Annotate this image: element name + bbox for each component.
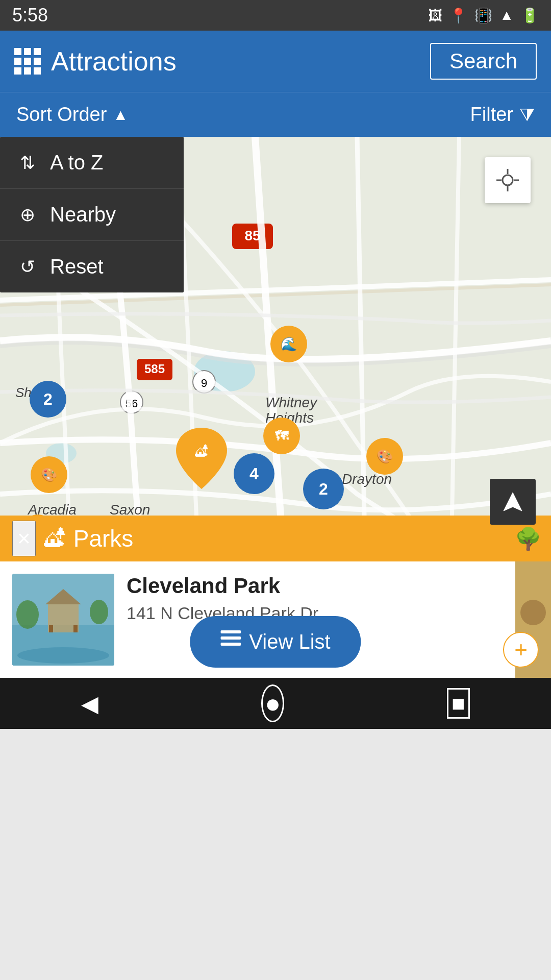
svg-marker-32 (504, 493, 522, 511)
status-icons: 🖼 📍 📳 ▲ 🔋 (428, 7, 539, 24)
sort-dropdown-menu: ⇅ A to Z ⊕ Nearby ↺ Reset (0, 137, 184, 292)
svg-point-35 (17, 647, 109, 664)
location-icon: 📍 (449, 7, 467, 24)
sort-order-button[interactable]: Sort Order ▲ (16, 104, 128, 126)
sort-option-reset-label: Reset (50, 255, 104, 278)
vibrate-icon: 📳 (474, 7, 492, 24)
svg-rect-44 (220, 630, 241, 633)
status-bar: 5:58 🖼 📍 📳 ▲ 🔋 (0, 0, 551, 31)
svg-point-43 (520, 600, 546, 625)
photo-icon: 🖼 (428, 7, 442, 24)
parks-header-left: × 🏕 Parks (12, 521, 133, 556)
parks-title: Parks (73, 525, 134, 552)
navigation-button[interactable] (490, 479, 536, 525)
home-button[interactable]: ● (241, 676, 305, 730)
my-location-button[interactable] (485, 157, 531, 203)
view-list-icon (220, 630, 241, 653)
cluster-marker-2-left[interactable]: 2 (30, 381, 66, 418)
svg-rect-45 (220, 636, 241, 640)
sort-option-a-to-z[interactable]: ⇅ A to Z (0, 137, 184, 189)
orange-marker-waves-top[interactable]: 🌊 (270, 326, 307, 362)
home-icon: ● (261, 684, 284, 722)
svg-rect-38 (49, 625, 53, 632)
back-icon: ◀ (81, 691, 98, 717)
svg-point-40 (16, 600, 39, 629)
park-name: Cleveland Park (127, 574, 539, 598)
svg-text:585: 585 (144, 362, 165, 376)
sort-alpha-icon: ⇅ (16, 152, 39, 174)
search-button[interactable]: Search (430, 43, 537, 80)
sort-option-nearby[interactable]: ⊕ Nearby (0, 189, 184, 241)
svg-text:Whitney: Whitney (265, 395, 318, 410)
status-time: 5:58 (12, 5, 48, 26)
view-list-label: View List (249, 630, 330, 653)
parks-header: × 🏕 Parks × 🌳 (0, 516, 551, 561)
blue-cluster-4[interactable]: 4 (234, 453, 274, 494)
filter-button[interactable]: Filter ⧩ (470, 104, 535, 126)
grid-icon[interactable] (14, 48, 41, 75)
reset-icon: ↺ (16, 256, 39, 278)
blue-cluster-2-mid[interactable]: 2 (303, 469, 344, 509)
sort-arrow-icon: ▲ (113, 106, 128, 124)
sort-bar: Sort Order ▲ Filter ⧩ (0, 92, 551, 137)
add-to-list-button[interactable]: + (503, 632, 539, 668)
sort-option-a-to-z-label: A to Z (50, 151, 104, 174)
park-image-placeholder (12, 574, 114, 666)
parks-icon: 🏕 (44, 526, 65, 551)
recents-icon: ■ (447, 688, 470, 719)
orange-marker-palette-left[interactable]: 🎨 (31, 456, 67, 493)
svg-point-41 (90, 600, 108, 624)
park-image (12, 574, 114, 666)
app-header: Attractions Search (0, 31, 551, 92)
recents-button[interactable]: ■ (427, 680, 490, 727)
svg-point-27 (503, 175, 513, 185)
svg-text:🏕: 🏕 (195, 444, 208, 459)
view-list-button[interactable]: View List (190, 616, 361, 668)
header-left: Attractions (14, 46, 177, 77)
parks-close-left-button[interactable]: × (12, 521, 36, 556)
battery-icon: 🔋 (521, 7, 539, 24)
back-button[interactable]: ◀ (61, 682, 119, 725)
wifi-icon: ▲ (499, 7, 514, 23)
page-title: Attractions (51, 46, 177, 77)
sort-option-reset[interactable]: ↺ Reset (0, 241, 184, 292)
svg-rect-39 (73, 625, 78, 632)
sort-order-label: Sort Order (16, 104, 107, 126)
orange-marker-map[interactable]: 🗺 (263, 418, 300, 454)
filter-label: Filter (470, 104, 513, 126)
orange-marker-palette-right[interactable]: 🎨 (366, 438, 403, 475)
filter-icon: ⧩ (519, 104, 535, 126)
nearby-icon: ⊕ (16, 204, 39, 226)
nav-bar: ◀ ● ■ (0, 678, 551, 729)
svg-rect-46 (220, 643, 241, 646)
sort-option-nearby-label: Nearby (50, 203, 116, 226)
